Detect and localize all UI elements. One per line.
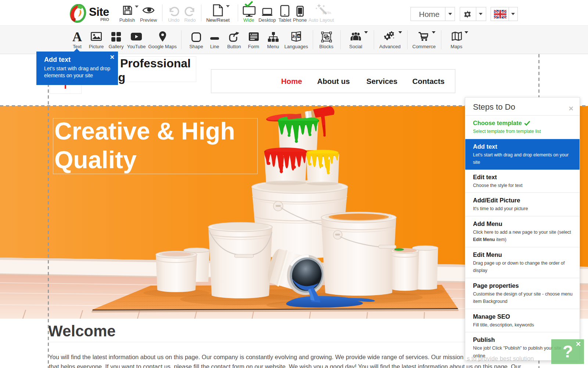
svg-text:A: A (298, 34, 300, 38)
svg-text:あ: あ (292, 34, 296, 38)
